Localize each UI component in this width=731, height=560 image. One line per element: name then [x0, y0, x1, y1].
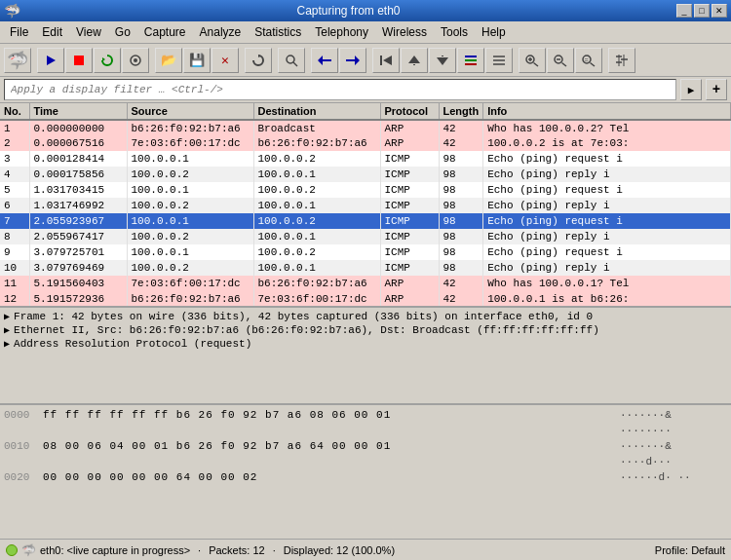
colorize-button[interactable]	[457, 48, 484, 73]
table-row[interactable]: 40.000175856100.0.0.2100.0.0.1ICMP98Echo…	[0, 167, 731, 182]
filter-arrow-button[interactable]: ▶	[680, 79, 702, 100]
svg-rect-1	[74, 56, 84, 65]
auto-scroll-button[interactable]	[485, 48, 513, 73]
cell-time: 1.031746992	[29, 198, 127, 213]
detail-row[interactable]: ▶Frame 1: 42 bytes on wire (336 bits), 4…	[2, 310, 729, 323]
table-row[interactable]: 51.031703415100.0.0.1100.0.0.2ICMP98Echo…	[0, 182, 731, 198]
col-info[interactable]: Info	[483, 103, 731, 120]
scroll-down-button[interactable]	[429, 48, 456, 73]
cell-proto: ARP	[380, 120, 439, 135]
app-logo-button[interactable]: 🦈	[4, 48, 31, 73]
detail-row[interactable]: ▶Address Resolution Protocol (request)	[2, 337, 729, 351]
cell-dst: Broadcast	[253, 120, 380, 135]
col-protocol[interactable]: Protocol	[380, 103, 439, 120]
menu-item-telephony[interactable]: Telephony	[309, 23, 374, 41]
packet-list[interactable]: No. Time Source Destination Protocol Len…	[0, 103, 731, 308]
detail-panel: ▶Frame 1: 42 bytes on wire (336 bits), 4…	[0, 308, 731, 405]
menu-item-help[interactable]: Help	[476, 23, 512, 41]
col-destination[interactable]: Destination	[253, 103, 380, 120]
menu-item-statistics[interactable]: Statistics	[249, 23, 307, 41]
cell-src: b6:26:f0:92:b7:a6	[127, 120, 253, 135]
cell-time: 5.191572936	[29, 291, 127, 306]
table-row[interactable]: 93.079725701100.0.0.1100.0.0.2ICMP98Echo…	[0, 244, 731, 260]
stop-capture-button[interactable]	[65, 48, 93, 73]
cell-len: 42	[439, 120, 483, 135]
table-row[interactable]: 115.1915604037e:03:6f:00:17:dcb6:26:f0:9…	[0, 276, 731, 291]
table-row[interactable]: 30.000128414100.0.0.1100.0.0.2ICMP98Echo…	[0, 151, 731, 167]
svg-marker-11	[383, 56, 392, 65]
close-capture-button[interactable]: ✕	[212, 48, 239, 73]
cell-src: 100.0.0.1	[127, 213, 253, 229]
svg-marker-8	[318, 56, 331, 65]
forward-button[interactable]	[339, 48, 366, 73]
cell-no: 9	[0, 244, 29, 260]
cell-dst: 100.0.0.1	[253, 260, 380, 276]
cell-len: 98	[439, 260, 483, 276]
filter-input[interactable]	[4, 79, 676, 100]
zoom-in-button[interactable]	[519, 48, 546, 73]
maximize-button[interactable]: □	[694, 4, 710, 18]
cell-dst: b6:26:f0:92:b7:a6	[253, 135, 380, 151]
resize-columns-button[interactable]	[608, 48, 635, 73]
table-row[interactable]: 20.0000675167e:03:6f:00:17:dcb6:26:f0:92…	[0, 135, 731, 151]
menu-item-file[interactable]: File	[4, 23, 34, 41]
cell-proto: ICMP	[380, 244, 439, 260]
table-row[interactable]: 125.191572936b6:26:f0:92:b7:a67e:03:6f:0…	[0, 291, 731, 306]
detail-row[interactable]: ▶Ethernet II, Src: b6:26:f0:92:b7:a6 (b6…	[2, 323, 729, 337]
open-button[interactable]: 📂	[155, 48, 182, 73]
table-row[interactable]: 82.055967417100.0.0.2100.0.0.1ICMP98Echo…	[0, 229, 731, 244]
close-button[interactable]: ✕	[712, 4, 727, 18]
scroll-up-button[interactable]	[401, 48, 428, 73]
status-separator2: ·	[273, 544, 276, 556]
cell-proto: ICMP	[380, 213, 439, 229]
menu-bar: FileEditViewGoCaptureAnalyzeStatisticsTe…	[0, 21, 731, 44]
menu-item-capture[interactable]: Capture	[138, 23, 192, 41]
filter-add-button[interactable]: +	[706, 79, 727, 100]
col-time[interactable]: Time	[29, 103, 127, 120]
status-separator1: ·	[198, 544, 201, 556]
save-button[interactable]: 💾	[183, 48, 211, 73]
cell-len: 98	[439, 182, 483, 198]
table-row[interactable]: 72.055923967100.0.0.1100.0.0.2ICMP98Echo…	[0, 213, 731, 229]
restart-capture-button[interactable]	[94, 48, 121, 73]
menu-item-go[interactable]: Go	[109, 23, 136, 41]
detail-text: Ethernet II, Src: b6:26:f0:92:b7:a6 (b6:…	[14, 324, 599, 336]
cell-no: 5	[0, 182, 29, 198]
menu-item-tools[interactable]: Tools	[435, 23, 474, 41]
filter-bar: ▶ +	[0, 77, 731, 103]
table-row[interactable]: 61.031746992100.0.0.2100.0.0.1ICMP98Echo…	[0, 198, 731, 213]
menu-item-view[interactable]: View	[70, 23, 107, 41]
window-title: Capturing from eth0	[20, 4, 676, 18]
cell-src: 7e:03:6f:00:17:dc	[127, 276, 253, 291]
cell-dst: 100.0.0.2	[253, 244, 380, 260]
col-source[interactable]: Source	[127, 103, 253, 120]
zoom-reset-button[interactable]: =	[575, 48, 602, 73]
table-row[interactable]: 103.079769469100.0.0.2100.0.0.1ICMP98Ech…	[0, 260, 731, 276]
displayed-count: Displayed: 12 (100.0%)	[284, 544, 395, 556]
cell-no: 6	[0, 198, 29, 213]
cell-no: 7	[0, 213, 29, 229]
minimize-button[interactable]: _	[676, 4, 692, 18]
back-button[interactable]	[311, 48, 338, 73]
go-to-first-button[interactable]	[372, 48, 400, 73]
col-no[interactable]: No.	[0, 103, 29, 120]
hex-panel: 0000ff ff ff ff ff ff b6 26 f0 92 b7 a6 …	[0, 405, 731, 539]
cell-len: 98	[439, 229, 483, 244]
start-capture-button[interactable]	[37, 48, 64, 73]
table-row[interactable]: 10.000000000b6:26:f0:92:b7:a6BroadcastAR…	[0, 120, 731, 135]
zoom-out-button[interactable]	[547, 48, 574, 73]
options-button[interactable]	[122, 48, 149, 73]
menu-item-edit[interactable]: Edit	[36, 23, 68, 41]
menu-item-wireless[interactable]: Wireless	[376, 23, 433, 41]
cell-time: 0.000000000	[29, 120, 127, 135]
find-button[interactable]	[278, 48, 305, 73]
reload-button[interactable]	[245, 48, 272, 73]
col-length[interactable]: Length	[439, 103, 483, 120]
cell-len: 42	[439, 291, 483, 306]
cell-no: 8	[0, 229, 29, 244]
title-bar: 🦈 Capturing from eth0 _ □ ✕	[0, 0, 731, 21]
menu-item-analyze[interactable]: Analyze	[194, 23, 248, 41]
hex-bytes: 00 00 00 00 00 00 64 00 00 02	[43, 469, 610, 485]
cell-len: 98	[439, 244, 483, 260]
cell-proto: ICMP	[380, 198, 439, 213]
